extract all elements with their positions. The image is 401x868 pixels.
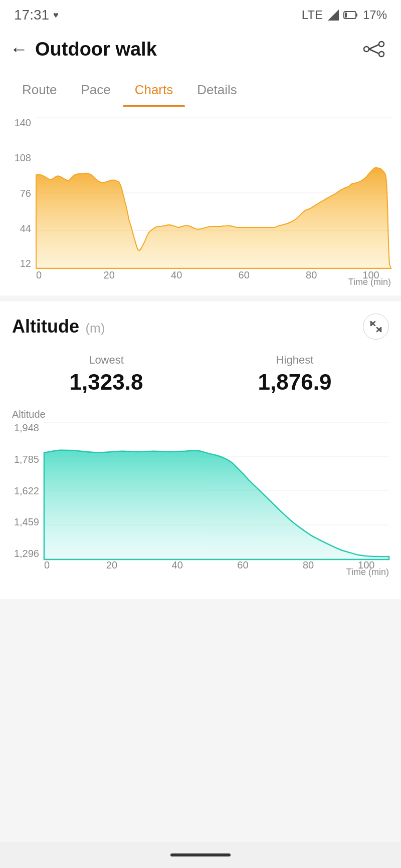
lowest-stat: Lowest 1,323.8 <box>70 354 143 395</box>
highest-stat: Highest 1,876.9 <box>258 354 332 395</box>
highest-value: 1,876.9 <box>258 370 332 395</box>
svg-point-4 <box>379 42 384 47</box>
y-label-108: 108 <box>15 152 31 164</box>
altitude-x-labels: 0 20 40 60 80 100 Time (min) <box>44 559 389 577</box>
alt-y-1785: 1,785 <box>14 454 39 465</box>
share-button[interactable] <box>361 36 387 62</box>
heart-rate-y-labels: 140 108 76 44 12 <box>10 117 34 269</box>
alt-y-1622: 1,622 <box>14 485 39 497</box>
expand-button[interactable] <box>363 314 389 340</box>
x-label-80: 80 <box>306 269 317 281</box>
altitude-stats-row: Lowest 1,323.8 Highest 1,876.9 <box>12 354 389 395</box>
tab-pace[interactable]: Pace <box>69 71 122 107</box>
battery-percentage: 17% <box>363 8 387 22</box>
alt-x-60: 60 <box>237 559 248 571</box>
altitude-title-group: Altitude (m) <box>12 316 105 337</box>
bottom-navigation-bar <box>0 842 401 868</box>
page-title: Outdoor walk <box>35 39 157 60</box>
tab-details[interactable]: Details <box>185 71 249 107</box>
y-label-44: 44 <box>20 223 31 234</box>
altitude-svg <box>44 422 389 559</box>
home-indicator[interactable] <box>170 853 231 856</box>
alt-x-80: 80 <box>303 559 314 571</box>
svg-point-5 <box>379 52 384 57</box>
altitude-chart-inner <box>44 422 389 559</box>
lte-label: LTE <box>302 8 323 22</box>
altitude-y-labels: 1,948 1,785 1,622 1,459 1,296 <box>12 422 42 559</box>
x-label-40: 40 <box>171 269 182 281</box>
svg-line-8 <box>369 49 379 54</box>
heart-rate-chart-inner <box>36 117 391 269</box>
tab-route[interactable]: Route <box>10 71 69 107</box>
status-bar: 17:31 ♥ LTE 17% <box>0 0 401 27</box>
heart-rate-x-labels: 0 20 40 60 80 100 Time (min) <box>36 269 391 287</box>
lowest-value: 1,323.8 <box>70 370 143 395</box>
altitude-section: Altitude (m) Lowest 1,323.8 Highest 1,87… <box>0 302 401 599</box>
svg-rect-3 <box>345 13 347 18</box>
heart-rate-chart-section: 140 108 76 44 12 <box>0 107 401 296</box>
x-label-60: 60 <box>239 269 250 281</box>
altitude-title: Altitude <box>12 316 79 337</box>
altitude-header: Altitude (m) <box>12 314 389 340</box>
altitude-y-title: Altitude <box>12 409 389 420</box>
y-label-140: 140 <box>15 117 31 129</box>
y-label-76: 76 <box>20 188 31 199</box>
heart-rate-chart-area: 140 108 76 44 12 <box>10 117 391 287</box>
svg-marker-0 <box>328 10 339 21</box>
status-right-group: LTE 17% <box>302 8 387 22</box>
battery-icon <box>344 11 358 20</box>
heart-rate-x-unit: Time (min) <box>348 277 391 287</box>
heart-monitor-icon: ♥ <box>53 10 59 21</box>
altitude-x-unit: Time (min) <box>346 567 389 577</box>
page-header: ← Outdoor walk <box>0 27 401 71</box>
tab-charts[interactable]: Charts <box>123 71 185 107</box>
alt-y-1296: 1,296 <box>14 548 39 559</box>
alt-x-0: 0 <box>44 559 50 571</box>
alt-y-1948: 1,948 <box>14 422 39 434</box>
altitude-chart-area: Altitude 1,948 1,785 1,622 1,459 1,296 <box>12 409 389 589</box>
alt-x-20: 20 <box>106 559 117 571</box>
svg-point-6 <box>364 47 369 52</box>
x-label-0: 0 <box>36 269 42 281</box>
signal-icon <box>328 10 339 21</box>
altitude-unit: (m) <box>85 321 105 336</box>
svg-line-7 <box>369 45 379 49</box>
alt-y-1459: 1,459 <box>14 516 39 528</box>
tab-bar: Route Pace Charts Details <box>0 71 401 107</box>
back-button[interactable]: ← <box>10 40 28 58</box>
x-label-20: 20 <box>104 269 115 281</box>
y-label-12: 12 <box>20 258 31 269</box>
highest-label: Highest <box>258 354 332 367</box>
time-display: 17:31 <box>14 7 49 23</box>
heart-rate-svg <box>36 117 391 269</box>
expand-icon <box>369 320 382 333</box>
svg-rect-2 <box>356 14 357 17</box>
header-left: ← Outdoor walk <box>10 39 157 60</box>
alt-x-40: 40 <box>172 559 183 571</box>
lowest-label: Lowest <box>70 354 143 367</box>
status-time-group: 17:31 ♥ <box>14 7 59 23</box>
share-icon <box>363 41 384 57</box>
